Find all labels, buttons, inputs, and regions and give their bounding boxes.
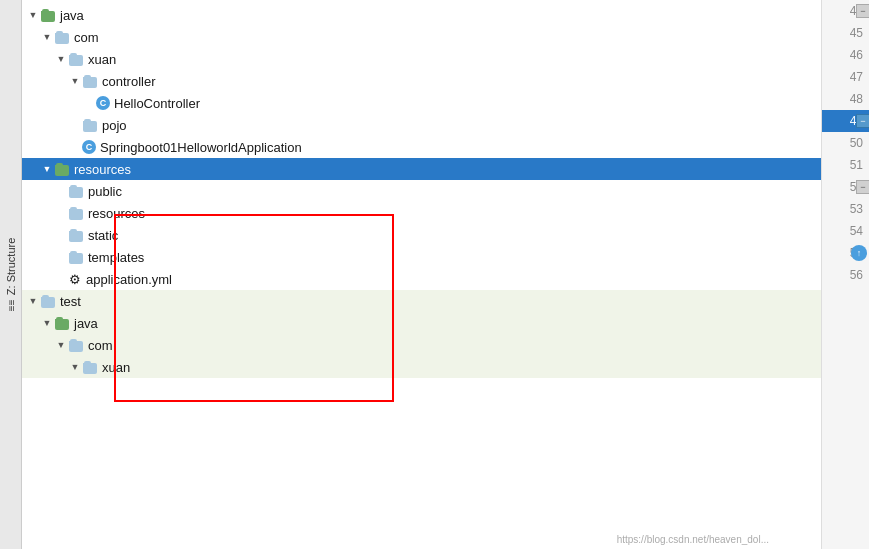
arrow-xuan-test: ▼ — [68, 362, 82, 372]
folder-icon-controller — [82, 75, 98, 88]
arrow-java-test: ▼ — [40, 318, 54, 328]
line-num-48: 48 — [850, 92, 863, 106]
label-resources: resources — [74, 162, 131, 177]
tree-item-static[interactable]: static — [22, 224, 821, 246]
line-num-47: 47 — [850, 70, 863, 84]
tree-item-springboot-app[interactable]: C Springboot01HelloworldApplication — [22, 136, 821, 158]
arrow-resources: ▼ — [40, 164, 54, 174]
structure-tab[interactable]: ≡≡ Z: Structure — [0, 0, 22, 549]
arrow-xuan: ▼ — [54, 54, 68, 64]
tree-item-resources[interactable]: ▼ resources — [22, 158, 821, 180]
label-public: public — [88, 184, 122, 199]
line-num-56: 56 — [850, 268, 863, 282]
folder-icon-static — [68, 229, 84, 242]
structure-tab-label: ≡≡ Z: Structure — [5, 238, 17, 311]
tree-item-java[interactable]: ▼ java — [22, 4, 821, 26]
arrow-com-test: ▼ — [54, 340, 68, 350]
line-50: 50 — [822, 132, 869, 154]
tree-item-controller[interactable]: ▼ controller — [22, 70, 821, 92]
label-com-test: com — [88, 338, 113, 353]
tree-item-xuan[interactable]: ▼ xuan — [22, 48, 821, 70]
label-test: test — [60, 294, 81, 309]
folder-icon-templates — [68, 251, 84, 264]
label-xuan-test: xuan — [102, 360, 130, 375]
label-java-test: java — [74, 316, 98, 331]
folder-icon-test — [40, 295, 56, 308]
line-45: 45 — [822, 22, 869, 44]
folder-icon-resources-child — [68, 207, 84, 220]
line-numbers-panel: 44 − 45 46 47 48 49 − 50 51 52 − 53 — [821, 0, 869, 549]
label-xuan: xuan — [88, 52, 116, 67]
label-pojo: pojo — [102, 118, 127, 133]
class-icon-springboot-app: C — [82, 140, 96, 154]
arrow-test: ▼ — [26, 296, 40, 306]
line-51: 51 — [822, 154, 869, 176]
label-static: static — [88, 228, 118, 243]
label-java: java — [60, 8, 84, 23]
label-application-yml: application.yml — [86, 272, 172, 287]
tree-item-templates[interactable]: templates — [22, 246, 821, 268]
tree-item-hello-controller[interactable]: C HelloController — [22, 92, 821, 114]
line-num-46: 46 — [850, 48, 863, 62]
line-num-45: 45 — [850, 26, 863, 40]
line-47: 47 — [822, 66, 869, 88]
tree-item-public[interactable]: public — [22, 180, 821, 202]
tree-item-com-test[interactable]: ▼ com — [22, 334, 821, 356]
line-44: 44 − — [822, 0, 869, 22]
folder-icon-resources — [54, 163, 70, 176]
line-52: 52 − — [822, 176, 869, 198]
folder-icon-com-test — [68, 339, 84, 352]
line-num-50: 50 — [850, 136, 863, 150]
tree-item-test[interactable]: ▼ test — [22, 290, 821, 312]
label-templates: templates — [88, 250, 144, 265]
collapse-44[interactable]: − — [856, 4, 869, 18]
folder-icon-pojo — [82, 119, 98, 132]
label-resources-child: resources — [88, 206, 145, 221]
line-num-53: 53 — [850, 202, 863, 216]
label-com: com — [74, 30, 99, 45]
tree-item-resources-child[interactable]: resources — [22, 202, 821, 224]
folder-icon-xuan — [68, 53, 84, 66]
folder-icon-public — [68, 185, 84, 198]
folder-icon-java-test — [54, 317, 70, 330]
line-49: 49 − — [822, 110, 869, 132]
main-content: ▼ java ▼ com ▼ xuan ▼ controller — [22, 0, 869, 549]
label-springboot-app: Springboot01HelloworldApplication — [100, 140, 302, 155]
folder-icon-xuan-test — [82, 361, 98, 374]
folder-icon-java — [40, 9, 56, 22]
line-48: 48 — [822, 88, 869, 110]
structure-icon: ≡≡ — [5, 299, 16, 311]
watermark: https://blog.csdn.net/heaven_dol... — [617, 534, 769, 545]
tree-panel: ▼ java ▼ com ▼ xuan ▼ controller — [22, 0, 821, 549]
tree-item-java-test[interactable]: ▼ java — [22, 312, 821, 334]
label-controller: controller — [102, 74, 155, 89]
line-53: 53 — [822, 198, 869, 220]
label-hello-controller: HelloController — [114, 96, 200, 111]
yml-icon: ⚙ — [68, 272, 82, 286]
structure-tab-text: Z: Structure — [5, 238, 17, 295]
arrow-java: ▼ — [26, 10, 40, 20]
line-54: 54 — [822, 220, 869, 242]
line-55: 55 ↑ — [822, 242, 869, 264]
arrow-com: ▼ — [40, 32, 54, 42]
folder-icon-com — [54, 31, 70, 44]
navigate-button-55[interactable]: ↑ — [851, 245, 867, 261]
tree-item-xuan-test[interactable]: ▼ xuan — [22, 356, 821, 378]
class-icon-hello-controller: C — [96, 96, 110, 110]
line-56: 56 — [822, 264, 869, 286]
tree-item-pojo[interactable]: pojo — [22, 114, 821, 136]
line-num-51: 51 — [850, 158, 863, 172]
tree-item-com[interactable]: ▼ com — [22, 26, 821, 48]
arrow-controller: ▼ — [68, 76, 82, 86]
tree-item-application-yml[interactable]: ⚙ application.yml — [22, 268, 821, 290]
line-num-54: 54 — [850, 224, 863, 238]
line-46: 46 — [822, 44, 869, 66]
collapse-49[interactable]: − — [856, 114, 869, 128]
collapse-52[interactable]: − — [856, 180, 869, 194]
